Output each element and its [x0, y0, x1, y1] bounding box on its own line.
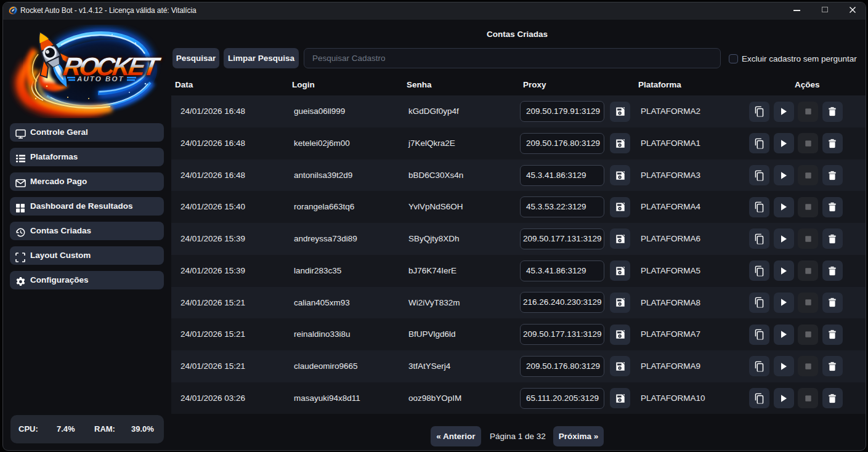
svg-text:AUTO BOT: AUTO BOT: [76, 75, 124, 83]
